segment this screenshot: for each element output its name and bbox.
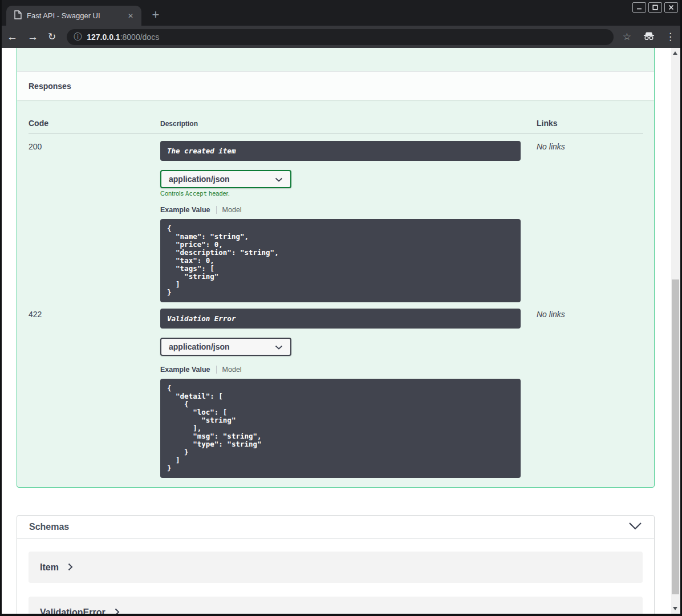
- post-operation-block: Responses Code Description Links 200 The…: [17, 48, 655, 488]
- responses-section-header: Responses: [17, 71, 654, 100]
- forward-button[interactable]: →: [27, 31, 38, 42]
- chevron-down-icon[interactable]: [628, 522, 642, 532]
- bookmark-star-icon[interactable]: ☆: [623, 31, 631, 43]
- menu-icon[interactable]: ⋮: [665, 31, 675, 43]
- media-type-select[interactable]: application/json: [160, 338, 291, 356]
- schemas-body: Item ValidationError: [17, 539, 654, 614]
- model-validationerror[interactable]: ValidationError: [29, 597, 643, 614]
- vertical-scrollbar[interactable]: [671, 48, 680, 614]
- tab-strip: Fast API - Swagger UI ✕ +: [0, 0, 682, 26]
- response-links: No links: [537, 309, 643, 478]
- url-path: :8000/docs: [120, 33, 160, 42]
- scroll-down-arrow-icon[interactable]: [673, 607, 677, 610]
- response-code: 422: [29, 309, 160, 478]
- description-column-header: Description: [160, 120, 537, 128]
- response-row-422: 422 Validation Error application/json Ex…: [29, 302, 643, 478]
- url-text: 127.0.0.1:8000/docs: [87, 33, 159, 42]
- code-column-header: Code: [29, 119, 160, 128]
- model-name: ValidationError: [40, 607, 105, 614]
- example-json-block: { "name": "string", "price": 0, "descrip…: [160, 219, 521, 302]
- site-info-icon[interactable]: ⓘ: [74, 32, 82, 42]
- tab-title: Fast API - Swagger UI: [27, 11, 125, 20]
- response-links: No links: [537, 141, 643, 302]
- responses-title: Responses: [29, 82, 71, 91]
- response-code: 200: [29, 141, 160, 302]
- chevron-right-icon: [68, 563, 73, 573]
- chevron-right-icon: [115, 608, 120, 614]
- minimize-button[interactable]: [632, 2, 646, 13]
- address-bar[interactable]: ⓘ 127.0.0.1:8000/docs: [67, 29, 614, 45]
- response-description: Validation Error: [160, 309, 521, 329]
- browser-chrome: Fast API - Swagger UI ✕ + ← → ↻ ⓘ: [0, 0, 682, 48]
- browser-window: Fast API - Swagger UI ✕ + ← → ↻ ⓘ: [0, 0, 682, 616]
- model-item[interactable]: Item: [29, 552, 643, 583]
- tab-close-icon[interactable]: ✕: [125, 11, 136, 21]
- incognito-icon: [643, 31, 655, 43]
- maximize-button[interactable]: [648, 2, 662, 13]
- back-button[interactable]: ←: [7, 31, 18, 42]
- browser-tab[interactable]: Fast API - Swagger UI ✕: [6, 6, 141, 26]
- reload-button[interactable]: ↻: [48, 32, 56, 42]
- schemas-header[interactable]: Schemas: [17, 516, 654, 539]
- window-controls: [632, 2, 678, 13]
- scroll-up-arrow-icon[interactable]: [673, 51, 677, 55]
- tab-example-value[interactable]: Example Value: [160, 366, 210, 374]
- schemas-title: Schemas: [29, 522, 69, 532]
- example-model-tabs: Example Value Model: [160, 366, 537, 374]
- page-favicon-icon: [14, 10, 22, 22]
- example-model-tabs: Example Value Model: [160, 206, 537, 214]
- url-host: 127.0.0.1: [87, 33, 120, 42]
- response-row-200: 200 The created item application/json Co…: [29, 133, 643, 302]
- tab-example-value[interactable]: Example Value: [160, 206, 210, 214]
- chevron-down-icon: [275, 342, 283, 351]
- tab-model[interactable]: Model: [222, 366, 242, 374]
- opblock-spacer: [17, 48, 654, 71]
- tab-separator: [216, 366, 217, 374]
- links-column-header: Links: [537, 119, 643, 128]
- chevron-down-icon: [275, 175, 283, 184]
- close-button[interactable]: [664, 2, 678, 13]
- example-json-block: { "detail": [ { "loc": [ "string" ], "ms…: [160, 379, 521, 478]
- address-toolbar: ← → ↻ ⓘ 127.0.0.1:8000/docs ☆ ⋮: [0, 26, 682, 48]
- accept-header-note: Controls Accept header.: [160, 190, 537, 197]
- responses-table: Code Description Links 200 The created i…: [17, 100, 654, 488]
- tab-separator: [216, 206, 217, 214]
- page-content: Responses Code Description Links 200 The…: [2, 48, 680, 614]
- media-type-value: application/json: [169, 175, 230, 184]
- responses-table-header: Code Description Links: [29, 100, 643, 133]
- schemas-section: Schemas Item ValidationError: [17, 515, 655, 614]
- tab-model[interactable]: Model: [222, 206, 242, 214]
- model-name: Item: [40, 562, 59, 573]
- scrollbar-thumb[interactable]: [672, 279, 679, 594]
- response-description: The created item: [160, 141, 521, 161]
- new-tab-button[interactable]: +: [147, 6, 164, 23]
- media-type-select[interactable]: application/json: [160, 170, 291, 188]
- media-type-value: application/json: [169, 342, 230, 351]
